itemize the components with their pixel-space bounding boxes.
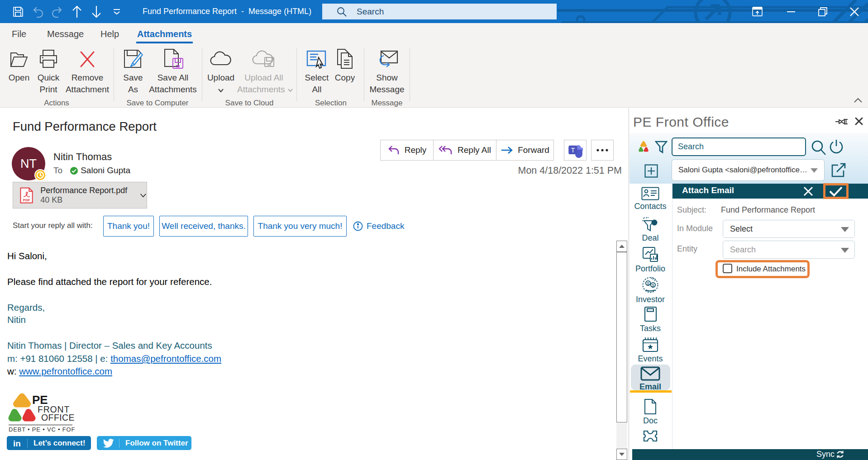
svg-text:T: T <box>571 147 575 154</box>
svg-text:$: $ <box>652 283 654 288</box>
svg-text:$: $ <box>653 220 656 225</box>
svg-text:in: in <box>13 439 21 448</box>
svg-text:$: $ <box>647 281 649 286</box>
svg-text:PDF: PDF <box>23 198 30 202</box>
svg-text:DEBT • PE • VC • FOF: DEBT • PE • VC • FOF <box>9 426 75 433</box>
svg-text:OFFICE: OFFICE <box>41 413 75 422</box>
